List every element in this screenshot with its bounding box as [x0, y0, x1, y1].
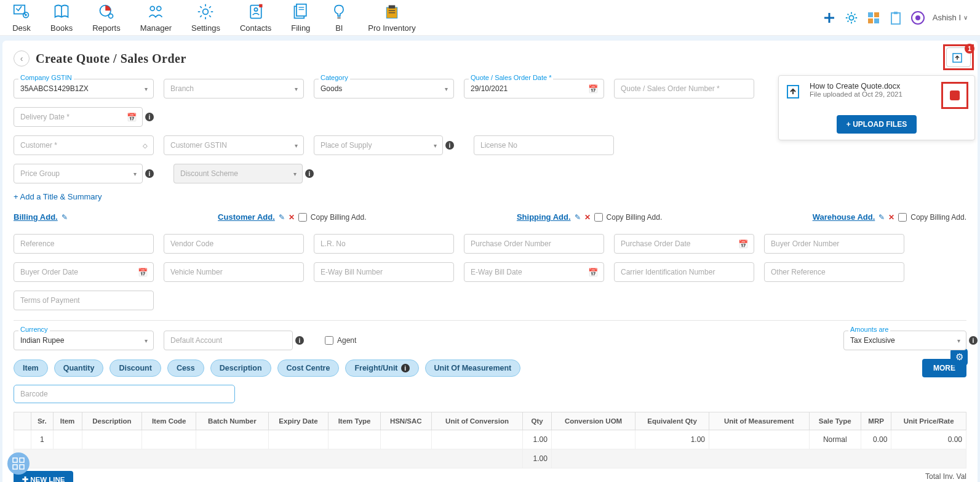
pill-item[interactable]: Item — [14, 359, 48, 377]
clipboard-icon[interactable] — [888, 10, 903, 25]
gear-icon[interactable] — [844, 10, 859, 25]
manager-icon — [146, 2, 165, 21]
delete-icon[interactable] — [950, 90, 960, 100]
remove-icon[interactable]: ✕ — [584, 213, 591, 222]
place-of-supply-field[interactable]: Place of Supply▾i — [314, 135, 443, 155]
contacts-icon — [247, 2, 265, 21]
plus-icon[interactable] — [822, 10, 837, 25]
info-icon: i — [401, 364, 410, 372]
branch-field[interactable]: Branch▾ — [164, 79, 304, 98]
nav-desk[interactable]: Desk — [12, 2, 31, 33]
svg-rect-31 — [13, 458, 17, 462]
copy-billing-checkbox-3[interactable] — [898, 213, 907, 222]
svg-point-7 — [203, 9, 209, 15]
delete-highlight — [941, 82, 968, 109]
nav-manager[interactable]: Manager — [140, 2, 172, 33]
pill-description[interactable]: Description — [210, 359, 271, 377]
svg-rect-12 — [297, 4, 306, 16]
eway-bill-date-field[interactable]: 📅 — [464, 262, 604, 282]
svg-point-4 — [108, 14, 113, 18]
svg-rect-23 — [868, 18, 873, 23]
pill-quantity[interactable]: Quantity — [54, 359, 104, 377]
svg-point-6 — [157, 6, 161, 10]
quote-number-field[interactable]: Quote / Sales Order Number * — [614, 79, 754, 98]
info-icon[interactable]: i — [295, 336, 304, 345]
agent-checkbox[interactable] — [325, 336, 333, 345]
billing-add-link[interactable]: Billing Add. — [14, 212, 58, 222]
nav-filing[interactable]: Filing — [291, 2, 310, 33]
price-group-field[interactable]: Price Group▾i — [14, 164, 143, 183]
currency-field[interactable]: CurrencyIndian Rupee▾ — [14, 331, 154, 350]
shipping-add-link[interactable]: Shipping Add. — [517, 212, 571, 222]
license-field[interactable] — [474, 135, 614, 155]
buyer-order-number-field[interactable] — [764, 234, 904, 254]
svg-rect-26 — [894, 12, 898, 14]
table-row[interactable]: 1 1.001.00 Normal0.000.00 — [14, 430, 966, 449]
filing-icon — [292, 2, 310, 21]
edit-icon[interactable]: ✎ — [279, 213, 285, 222]
info-icon[interactable]: i — [305, 169, 314, 178]
svg-rect-22 — [874, 12, 879, 17]
default-account-field[interactable]: Default Accounti — [164, 331, 293, 350]
company-gstin-field[interactable]: Company GSTIN35AABCS1429B1ZX▾ — [14, 79, 154, 98]
edit-icon[interactable]: ✎ — [878, 213, 885, 222]
user-menu[interactable]: Ashish I ∨ — [933, 13, 968, 22]
edit-icon[interactable]: ✎ — [575, 213, 581, 222]
eway-bill-number-field[interactable] — [314, 262, 454, 282]
nav-proinv[interactable]: Pro Inventory — [368, 2, 415, 33]
nav-reports[interactable]: Reports — [92, 2, 121, 33]
columns-settings-button[interactable]: ⚙ — [950, 348, 968, 366]
remove-icon[interactable]: ✕ — [289, 213, 295, 222]
po-number-field[interactable] — [464, 234, 604, 254]
warehouse-add-link[interactable]: Warehouse Add. — [813, 212, 875, 222]
edit-icon[interactable]: ✎ — [62, 213, 68, 222]
pill-uom[interactable]: Unit Of Measurement — [425, 359, 521, 377]
barcode-input[interactable] — [14, 385, 235, 403]
copy-billing-checkbox-1[interactable] — [298, 213, 307, 222]
info-icon[interactable]: i — [145, 113, 154, 121]
amounts-are-field[interactable]: Amounts areTax Exclusive▾i — [843, 331, 966, 350]
svg-rect-32 — [20, 458, 24, 462]
customer-gstin-field[interactable]: Customer GSTIN▾ — [164, 135, 304, 155]
badge-icon[interactable] — [910, 10, 925, 25]
terms-of-payment-field[interactable] — [14, 291, 154, 310]
other-reference-field[interactable] — [764, 262, 904, 282]
remove-icon[interactable]: ✕ — [888, 213, 894, 222]
customer-field[interactable]: Customer *◇ — [14, 135, 154, 155]
back-button[interactable]: ‹ — [14, 50, 30, 66]
quote-date-field[interactable]: Quote / Sales Order Date *29/10/2021📅 — [464, 79, 604, 98]
apps-icon[interactable] — [866, 10, 881, 25]
vehicle-number-field[interactable] — [164, 262, 304, 282]
info-icon[interactable]: i — [145, 169, 154, 178]
copy-billing-checkbox-2[interactable] — [594, 213, 603, 222]
nav-contacts[interactable]: Contacts — [240, 2, 271, 33]
delivery-date-field[interactable]: Delivery Date *📅i — [14, 107, 143, 127]
carrier-id-field[interactable] — [614, 262, 754, 282]
info-icon[interactable]: i — [969, 336, 978, 345]
lr-no-field[interactable] — [314, 234, 454, 254]
discount-scheme-field[interactable]: Discount Scheme▾i — [173, 164, 303, 183]
pill-cost-centre[interactable]: Cost Centre — [277, 359, 340, 377]
uploaded-file-name: How to Create Quote.docx — [810, 82, 935, 90]
desk-icon — [12, 2, 31, 21]
svg-rect-33 — [13, 465, 17, 469]
customer-add-link[interactable]: Customer Add. — [218, 212, 275, 222]
po-date-field[interactable]: 📅 — [614, 234, 754, 254]
nav-bi[interactable]: BI — [330, 2, 348, 33]
buyer-order-date-field[interactable]: 📅 — [14, 262, 154, 282]
category-field[interactable]: CategoryGoods▾ — [314, 79, 454, 98]
upload-files-button[interactable]: + UPLOAD FILES — [837, 115, 917, 134]
pill-freight[interactable]: Freight/Unit i — [345, 359, 418, 377]
nav-settings[interactable]: Settings — [191, 2, 220, 33]
reference-field[interactable] — [14, 234, 154, 254]
info-icon[interactable]: i — [445, 141, 454, 150]
nav-books[interactable]: Books — [50, 2, 73, 33]
add-title-summary-link[interactable]: + Add a Title & Summary — [14, 192, 966, 201]
pill-cess[interactable]: Cess — [167, 359, 204, 377]
books-icon — [52, 2, 71, 21]
uploaded-file-meta: File uploaded at Oct 29, 2021 — [810, 90, 935, 98]
svg-rect-17 — [389, 6, 396, 9]
vendor-code-field[interactable] — [164, 234, 304, 254]
pill-discount[interactable]: Discount — [110, 359, 161, 377]
widget-launcher[interactable] — [7, 452, 30, 475]
